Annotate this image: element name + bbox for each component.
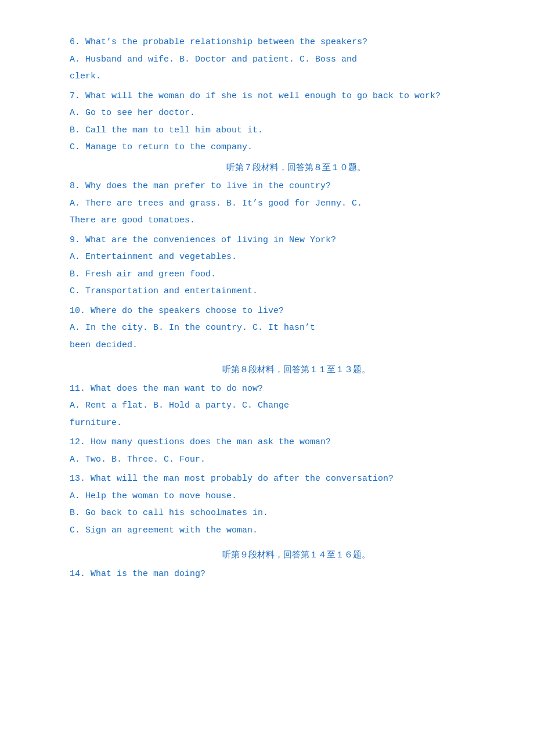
spacer xyxy=(70,540,488,542)
question-line: 8. Why does the man prefer to live in th… xyxy=(70,179,488,194)
option-line: C. Manage to return to the company. xyxy=(70,140,488,155)
option-line: A. Husband and wife. B. Doctor and patie… xyxy=(70,52,488,67)
main-content: 6. What’s the probable relationship betw… xyxy=(70,35,488,581)
question-line: 13. What will the man most probably do a… xyxy=(70,471,488,487)
question-line: 12. How many questions does the man ask … xyxy=(70,435,488,450)
option-continuation: clerk. xyxy=(70,69,488,84)
question-line: 9. What are the conveniences of living i… xyxy=(70,233,488,248)
section-header: 听第８段材料，回答第１１至１３题。 xyxy=(104,363,488,378)
section-header: 听第７段材料，回答第８至１０题。 xyxy=(104,161,488,176)
option-continuation: been decided. xyxy=(70,338,488,353)
option-line: C. Sign an agreement with the woman. xyxy=(70,523,488,538)
question-line: 10. Where do the speakers choose to live… xyxy=(70,304,488,319)
section-header: 听第９段材料，回答第１４至１６题。 xyxy=(104,548,488,563)
option-continuation: furniture. xyxy=(70,416,488,431)
option-line: A. Entertainment and vegetables. xyxy=(70,250,488,265)
option-line: C. Transportation and entertainment. xyxy=(70,284,488,299)
option-line: A. Go to see her doctor. xyxy=(70,106,488,121)
question-line: 6. What’s the probable relationship betw… xyxy=(70,35,488,50)
option-continuation: There are good tomatoes. xyxy=(70,213,488,228)
question-line: 11. What does the man want to do now? xyxy=(70,381,488,397)
option-line: B. Go back to call his schoolmates in. xyxy=(70,506,488,521)
option-line: A. There are trees and grass. B. It’s go… xyxy=(70,196,488,211)
option-line: A. In the city. B. In the country. C. It… xyxy=(70,321,488,336)
option-line: A. Help the woman to move house. xyxy=(70,489,488,504)
question-line: 14. What is the man doing? xyxy=(70,567,488,582)
option-line: B. Call the man to tell him about it. xyxy=(70,123,488,138)
option-line: A. Rent a flat. B. Hold a party. C. Chan… xyxy=(70,398,488,413)
option-line: A. Two. B. Three. C. Four. xyxy=(70,452,488,467)
question-line: 7. What will the woman do if she is not … xyxy=(70,89,488,104)
spacer xyxy=(70,355,488,357)
option-line: B. Fresh air and green food. xyxy=(70,267,488,282)
